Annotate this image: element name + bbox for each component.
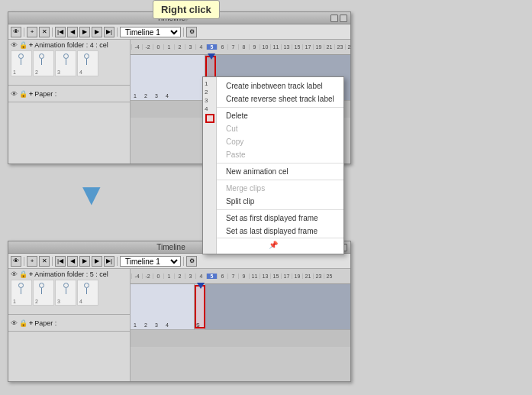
thumb-1-3: 3: [55, 50, 76, 76]
rm2-6: 3: [185, 274, 195, 279]
eye-icon-paper-1[interactable]: 👁: [11, 90, 18, 98]
rm-2: -2: [142, 44, 153, 50]
tb-next-1[interactable]: ▶: [92, 27, 102, 37]
toolbar-2: 👁 + ✕ |◀ ◀ ▶ ▶ ▶| Timeline 1 ⚙: [8, 254, 350, 269]
red-frame-2-top: [195, 285, 205, 329]
window-controls-1: [330, 15, 347, 22]
stick-head-2: [39, 53, 44, 59]
expand-anim-1[interactable]: +: [29, 41, 33, 49]
frame-label-1-1: 1: [134, 93, 137, 99]
frame-label-2-1: 2: [144, 93, 147, 99]
tb-prev-1[interactable]: ◀: [67, 27, 78, 37]
thumb-figure-2: [37, 53, 50, 73]
rm-15: 15: [292, 44, 302, 50]
ctx-new-anim-cel[interactable]: New animation cel: [217, 165, 343, 178]
stick-head-2-4: [84, 283, 89, 288]
stick-body-2-2: [41, 288, 42, 294]
tb-add-2[interactable]: +: [27, 256, 37, 267]
tb-settings-1[interactable]: ⚙: [186, 27, 197, 37]
ctx-sep-3: [217, 180, 343, 180]
ctx-paste[interactable]: Paste: [217, 148, 343, 161]
tb-settings-2[interactable]: ⚙: [186, 256, 197, 267]
tb-prev-2[interactable]: ◀: [67, 256, 78, 267]
maximize-btn-1[interactable]: [340, 15, 347, 22]
stick-body-4: [86, 59, 87, 65]
lock-paper-1: 🔒: [19, 90, 27, 98]
ctx-fn-3: 3: [203, 96, 216, 104]
ctx-pin-area: 📌: [203, 238, 343, 251]
expand-paper-1[interactable]: +: [29, 90, 33, 98]
tb-delete-2[interactable]: ✕: [39, 256, 50, 267]
thumb-num-1: 1: [13, 70, 16, 75]
ctx-menu-items: Create inbetween track label Create reve…: [203, 79, 343, 238]
tb-next-2[interactable]: ▶: [92, 256, 102, 267]
lock-icon-1: 🔒: [19, 41, 27, 49]
ctx-sep-4: [217, 209, 343, 210]
ctx-create-inbetween[interactable]: Create inbetween track label: [217, 79, 343, 92]
rm-14: 13: [281, 44, 292, 50]
rm2-13: 15: [270, 274, 281, 279]
tb-rewind-2[interactable]: |◀: [55, 256, 66, 267]
tb-eye-2[interactable]: 👁: [11, 256, 21, 267]
ctx-create-reverse[interactable]: Create reverse sheet track label: [217, 92, 343, 105]
thumb-num-4: 4: [79, 70, 82, 75]
rm-16: 17: [302, 44, 313, 50]
playhead-marker-1: [208, 53, 215, 60]
paper-track-cells-2: [131, 330, 350, 347]
ctx-split-clip[interactable]: Split clip: [217, 195, 343, 208]
rm2-14: 17: [281, 274, 292, 279]
rm-19: 23: [334, 44, 345, 50]
ctx-set-first-frame[interactable]: Set as first displayed frame: [217, 212, 343, 225]
expand-anim-2[interactable]: +: [29, 270, 33, 278]
rm-3: 0: [153, 44, 163, 50]
rm2-7: 4: [195, 274, 206, 279]
frame-label-2-2: 2: [144, 322, 147, 328]
ctx-cut[interactable]: Cut: [217, 122, 343, 135]
tb-sep-2c: [117, 257, 118, 266]
ctx-copy[interactable]: Copy: [217, 135, 343, 148]
ctx-frame-numbers: 1 2 3 4: [203, 77, 217, 254]
ctx-red-frame: [205, 114, 214, 123]
toolbar-1: 👁 + ✕ |◀ ◀ ▶ ▶ ▶| Timeline 1 ⚙: [8, 24, 350, 40]
tb-delete-1[interactable]: ✕: [39, 27, 50, 37]
frame-label-4-1: 4: [166, 93, 169, 99]
eye-icon-paper-2[interactable]: 👁: [11, 319, 18, 327]
stick-body-2: [41, 59, 42, 65]
ctx-delete[interactable]: Delete: [217, 109, 343, 122]
ctx-merge-clips[interactable]: Merge clips: [217, 182, 343, 195]
tb-rewind-1[interactable]: |◀: [55, 27, 66, 37]
dark-cells-2: [205, 284, 350, 329]
tb-play-2[interactable]: ▶: [79, 256, 90, 267]
ctx-set-last-frame[interactable]: Set as last displayed frame: [217, 225, 343, 238]
minimize-btn-1[interactable]: [330, 15, 338, 22]
tb-fwd-1[interactable]: ▶|: [104, 27, 114, 37]
rm-20: 25: [345, 44, 350, 50]
anim-track-cells-2: 1 2 3 4 S: [131, 284, 350, 330]
stick-body-2-4: [86, 288, 87, 294]
timeline-select-2[interactable]: Timeline 1: [120, 256, 181, 267]
eye-icon-anim-2[interactable]: 👁: [11, 270, 18, 278]
anim-track-top-2: 👁 🔒 + Animation folder : 5 : cel: [11, 270, 127, 278]
tb-sep-3: [117, 28, 118, 37]
tb-eye-1[interactable]: 👁: [11, 27, 21, 37]
rm-1: -4: [131, 44, 142, 50]
rm-5: 2: [174, 44, 185, 50]
rm2-15: 19: [292, 274, 302, 279]
expand-paper-2[interactable]: +: [29, 319, 33, 327]
lock-icon-2: 🔒: [19, 270, 27, 278]
tb-sep-1: [24, 28, 24, 37]
stick-head-2-1: [18, 283, 24, 288]
eye-icon-anim-1[interactable]: 👁: [11, 41, 18, 49]
thumb-1-1: 1: [11, 50, 32, 76]
tb-fwd-2[interactable]: ▶|: [104, 256, 114, 267]
tb-play-1[interactable]: ▶: [79, 27, 90, 37]
rm2-2: -2: [142, 274, 153, 279]
rm-8: 6: [217, 44, 227, 50]
ruler-marks-2: -4 -2 0 1 2 3 4 5 6 7 9 11 13 15 17 19 2: [131, 274, 350, 279]
tb-add-1[interactable]: +: [27, 27, 37, 37]
thumb-2-1: 1: [11, 280, 32, 306]
stick-head-2-3: [63, 283, 69, 288]
timeline-select-1[interactable]: Timeline 1: [120, 27, 181, 37]
rm-9: 7: [227, 44, 238, 50]
thumb-num-2-2: 2: [35, 299, 38, 304]
